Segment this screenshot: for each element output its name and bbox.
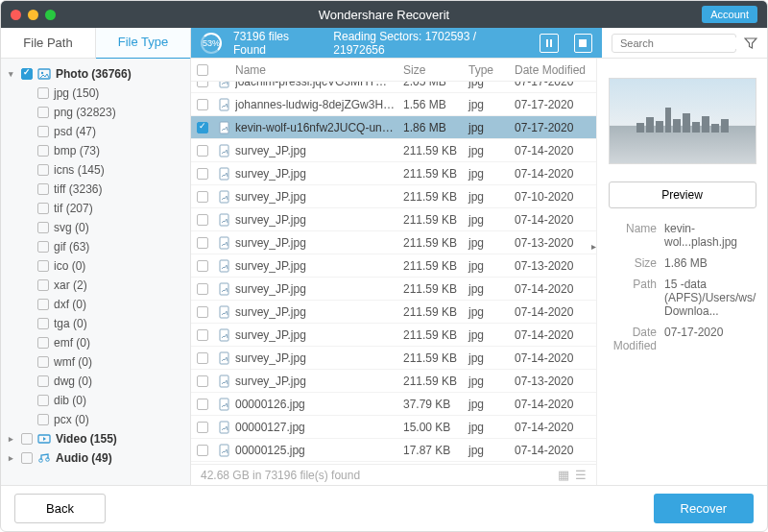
- filetype-checkbox[interactable]: [37, 222, 49, 233]
- filetype-checkbox[interactable]: [37, 318, 49, 329]
- category-photo[interactable]: ▾Photo (36766): [1, 64, 190, 84]
- filetype-item[interactable]: psd (47): [1, 122, 190, 141]
- filetype-checkbox[interactable]: [37, 241, 49, 253]
- filetype-checkbox[interactable]: [37, 414, 49, 425]
- file-row[interactable]: survey_JP.jpg211.59 KBjpg07-10-2020: [191, 185, 596, 208]
- filetype-item[interactable]: bmp (73): [1, 141, 190, 160]
- filetype-item[interactable]: pcx (0): [1, 410, 190, 429]
- row-checkbox[interactable]: [197, 422, 208, 433]
- stop-button[interactable]: [574, 34, 592, 53]
- row-checkbox[interactable]: [197, 445, 208, 456]
- row-checkbox[interactable]: [197, 122, 208, 133]
- filetype-item[interactable]: icns (145): [1, 160, 190, 180]
- row-checkbox[interactable]: [197, 99, 208, 110]
- filetype-checkbox[interactable]: [37, 126, 49, 137]
- file-row[interactable]: survey_JP.jpg211.59 KBjpg07-14-2020: [191, 208, 596, 231]
- filetype-item[interactable]: jpg (150): [1, 84, 190, 103]
- filetype-checkbox[interactable]: [37, 164, 49, 176]
- row-checkbox[interactable]: [197, 145, 208, 157]
- row-checkbox[interactable]: [197, 260, 208, 272]
- collapse-panel-icon[interactable]: ▸: [591, 241, 596, 252]
- filetype-item[interactable]: gif (63): [1, 237, 190, 256]
- row-checkbox[interactable]: [197, 306, 208, 318]
- col-size[interactable]: Size: [403, 63, 468, 77]
- file-row[interactable]: survey_JP.jpg211.59 KBjpg07-14-2020: [191, 278, 596, 301]
- list-view-icon[interactable]: ☰: [575, 468, 587, 482]
- file-row[interactable]: survey_JP.jpg211.59 KBjpg07-14-2020: [191, 347, 596, 370]
- filetype-item[interactable]: tif (207): [1, 199, 190, 218]
- file-row[interactable]: 00000125.jpg17.87 KBjpg07-14-2020: [191, 439, 596, 462]
- filetype-checkbox[interactable]: [37, 145, 49, 157]
- col-type[interactable]: Type: [468, 63, 515, 77]
- filetype-checkbox[interactable]: [37, 87, 49, 99]
- filetype-item[interactable]: ico (0): [1, 256, 190, 276]
- file-row[interactable]: 00000127.jpg15.00 KBjpg07-14-2020: [191, 416, 596, 439]
- filetype-checkbox[interactable]: [37, 337, 49, 349]
- file-row[interactable]: survey_JP.jpg211.59 KBjpg07-13-2020: [191, 254, 596, 278]
- col-name[interactable]: Name: [235, 63, 403, 77]
- file-size: 211.59 KB: [403, 282, 468, 296]
- back-button[interactable]: Back: [14, 494, 106, 523]
- file-row[interactable]: survey_JP.jpg211.59 KBjpg07-13-2020: [191, 231, 596, 254]
- row-checkbox[interactable]: [197, 191, 208, 203]
- col-date[interactable]: Date Modified: [515, 63, 596, 77]
- file-row[interactable]: kevin-wolf-u16nfw2JUCQ-unsplash.jpg1.86 …: [191, 116, 596, 139]
- row-checkbox[interactable]: [197, 214, 208, 226]
- row-checkbox[interactable]: [197, 82, 208, 87]
- maximize-icon[interactable]: [45, 10, 56, 20]
- account-button[interactable]: Account: [702, 6, 757, 23]
- file-row[interactable]: survey_JP.jpg211.59 KBjpg07-14-2020: [191, 324, 596, 347]
- filetype-item[interactable]: emf (0): [1, 333, 190, 352]
- filetype-item[interactable]: tga (0): [1, 314, 190, 333]
- category-label: Video (155): [56, 432, 117, 446]
- search-input[interactable]: [620, 37, 753, 49]
- file-row[interactable]: 00000126.jpg37.79 KBjpg07-14-2020: [191, 393, 596, 416]
- row-checkbox[interactable]: [197, 283, 208, 295]
- file-row[interactable]: johannes-ludwig-8dejZGw3Hec-unsplash.jpg…: [191, 93, 596, 116]
- filter-icon[interactable]: [744, 36, 757, 50]
- close-icon[interactable]: [11, 10, 21, 20]
- filetype-checkbox[interactable]: [37, 260, 49, 272]
- category-checkbox[interactable]: [21, 433, 33, 445]
- category-video[interactable]: ▸Video (155): [1, 429, 190, 448]
- tab-file-path[interactable]: File Path: [1, 28, 96, 59]
- row-checkbox[interactable]: [197, 352, 208, 364]
- filetype-item[interactable]: dwg (0): [1, 372, 190, 391]
- filetype-checkbox[interactable]: [37, 395, 49, 406]
- filetype-checkbox[interactable]: [37, 375, 49, 387]
- filetype-item[interactable]: tiff (3236): [1, 180, 190, 199]
- filetype-item[interactable]: png (32823): [1, 103, 190, 122]
- filetype-item[interactable]: svg (0): [1, 218, 190, 237]
- tab-file-type[interactable]: File Type: [96, 27, 191, 60]
- filetype-item[interactable]: dib (0): [1, 391, 190, 410]
- filetype-checkbox[interactable]: [37, 107, 49, 118]
- filetype-checkbox[interactable]: [37, 183, 49, 195]
- category-checkbox[interactable]: [21, 68, 33, 80]
- row-checkbox[interactable]: [197, 329, 208, 341]
- file-row[interactable]: survey_JP.jpg211.59 KBjpg07-14-2020: [191, 162, 596, 185]
- row-checkbox[interactable]: [197, 237, 208, 249]
- filetype-checkbox[interactable]: [37, 279, 49, 291]
- category-audio[interactable]: ▸Audio (49): [1, 448, 190, 468]
- select-all-checkbox[interactable]: [197, 64, 208, 76]
- preview-button[interactable]: Preview: [609, 181, 756, 208]
- filetype-checkbox[interactable]: [37, 299, 49, 310]
- category-checkbox[interactable]: [21, 452, 33, 464]
- file-row[interactable]: survey_JP.jpg211.59 KBjpg07-14-2020: [191, 301, 596, 324]
- recover-button[interactable]: Recover: [654, 494, 754, 523]
- grid-view-icon[interactable]: ▦: [558, 468, 569, 482]
- row-checkbox[interactable]: [197, 399, 208, 410]
- filetype-checkbox[interactable]: [37, 356, 49, 368]
- file-row[interactable]: survey_JP.jpg211.59 KBjpg07-13-2020: [191, 370, 596, 393]
- file-row[interactable]: joachim-pressi.jqcVG3MHTG0-unsplash.jpg2…: [191, 82, 596, 93]
- search-box[interactable]: [612, 34, 736, 53]
- row-checkbox[interactable]: [197, 375, 208, 387]
- filetype-item[interactable]: xar (2): [1, 276, 190, 295]
- pause-button[interactable]: [540, 34, 558, 53]
- filetype-item[interactable]: dxf (0): [1, 295, 190, 314]
- minimize-icon[interactable]: [28, 10, 38, 20]
- row-checkbox[interactable]: [197, 168, 208, 180]
- filetype-item[interactable]: wmf (0): [1, 352, 190, 372]
- filetype-checkbox[interactable]: [37, 203, 49, 214]
- file-row[interactable]: survey_JP.jpg211.59 KBjpg07-14-2020: [191, 139, 596, 162]
